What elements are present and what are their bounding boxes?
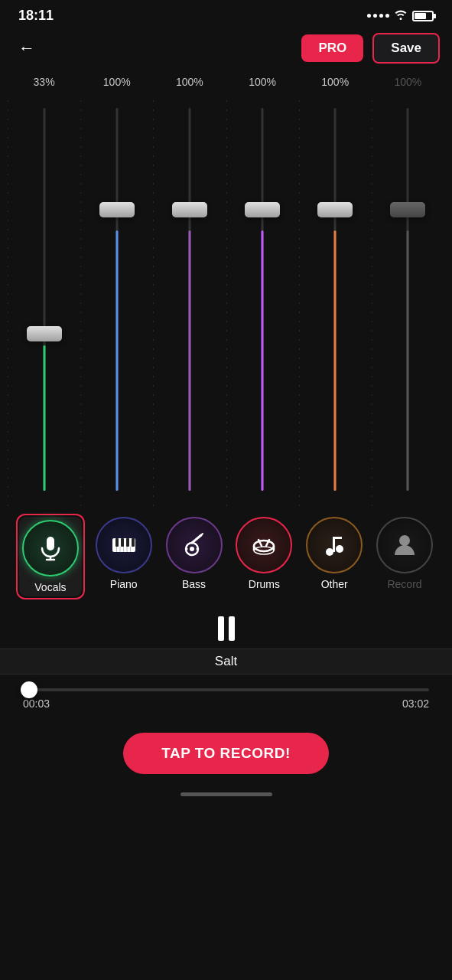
fader-track-other (334, 108, 337, 491)
record-btn-row: TAP TO RECORD! (0, 717, 452, 786)
fader-track-bass (188, 108, 190, 491)
status-time: 18:11 (18, 8, 54, 24)
svg-rect-6 (126, 538, 129, 547)
fader-col-vocals[interactable] (8, 93, 80, 506)
fader-track-record (407, 108, 409, 491)
note-icon (321, 532, 347, 558)
fader-col-other[interactable] (299, 93, 372, 506)
svg-point-26 (399, 535, 410, 546)
channel-label-record: Record (387, 578, 421, 590)
progress-area: 00:03 03:02 (0, 675, 452, 717)
mic-icon (37, 535, 63, 561)
fader-thumb-record[interactable] (390, 202, 425, 217)
back-button[interactable]: ← (12, 35, 41, 61)
transport-row (0, 604, 452, 648)
svg-rect-7 (132, 538, 135, 547)
percent-piano: 100% (86, 76, 148, 88)
svg-point-23 (336, 545, 343, 553)
fader-track-vocals (43, 108, 45, 491)
svg-rect-25 (333, 537, 342, 539)
fader-col-record[interactable] (372, 93, 444, 506)
svg-line-15 (200, 534, 203, 537)
channel-bass[interactable]: Bass (166, 517, 223, 596)
percent-bass: 100% (159, 76, 220, 88)
pro-button[interactable]: PRO (301, 34, 363, 62)
guitar-icon (181, 532, 207, 558)
svg-point-18 (254, 541, 274, 551)
status-icons (367, 9, 434, 23)
channel-vocals[interactable]: Vocals (19, 517, 82, 596)
vocals-icon-wrap (22, 520, 79, 577)
fader-thumb-other[interactable] (317, 202, 353, 217)
channel-other[interactable]: Other (306, 517, 363, 596)
status-bar: 18:11 (0, 0, 452, 27)
total-time: 03:02 (402, 697, 429, 710)
fader-thumb-drums[interactable] (245, 202, 280, 217)
fader-track-piano (115, 108, 118, 491)
channel-label-other: Other (321, 578, 348, 590)
svg-rect-4 (115, 538, 119, 547)
song-title: Salt (0, 648, 452, 675)
fader-grid (8, 93, 444, 506)
record-icon-wrap (376, 517, 433, 573)
bass-icon-wrap (166, 517, 223, 573)
current-time: 00:03 (23, 697, 50, 710)
channel-label-drums: Drums (249, 578, 280, 590)
other-icon-wrap (306, 517, 363, 573)
piano-icon-wrap (96, 517, 152, 573)
header: ← PRO Save (0, 27, 452, 73)
svg-point-16 (185, 548, 187, 550)
percent-row: 33% 100% 100% 100% 100% 100% (8, 73, 444, 93)
progress-thumb[interactable] (21, 681, 37, 698)
home-bar (180, 792, 272, 796)
percent-drums: 100% (232, 76, 293, 88)
fader-col-drums[interactable] (226, 93, 299, 506)
channel-label-piano: Piano (110, 578, 138, 590)
percent-other: 100% (304, 76, 366, 88)
fader-track-drums (262, 108, 264, 491)
home-indicator (0, 786, 452, 799)
svg-point-17 (196, 548, 198, 550)
wifi-icon (394, 9, 408, 23)
tap-record-button[interactable]: TAP TO RECORD! (123, 733, 329, 774)
pause-icon (218, 616, 235, 641)
channel-label-bass: Bass (182, 578, 206, 590)
battery-icon (412, 11, 434, 21)
fader-thumb-bass[interactable] (172, 202, 207, 217)
svg-rect-0 (47, 537, 54, 550)
percent-record: 100% (377, 76, 438, 88)
save-button[interactable]: Save (372, 33, 440, 64)
mixer-area: 33% 100% 100% 100% 100% 100% (0, 73, 452, 604)
svg-point-14 (190, 547, 194, 551)
channel-drums[interactable]: Drums (236, 517, 292, 596)
drum-icon (251, 532, 277, 558)
channels-row: Vocals Piano (8, 506, 444, 604)
pause-button[interactable] (218, 616, 235, 641)
fader-col-piano[interactable] (80, 93, 153, 506)
drums-icon-wrap (236, 517, 292, 573)
channel-record[interactable]: Record (376, 517, 433, 596)
percent-vocals: 33% (14, 76, 75, 88)
person-icon (392, 532, 418, 558)
time-row: 00:03 03:02 (15, 691, 437, 710)
svg-rect-5 (121, 538, 124, 547)
channel-piano[interactable]: Piano (96, 517, 152, 596)
channel-label-vocals: Vocals (34, 581, 66, 593)
signal-dots-icon (367, 14, 389, 18)
svg-point-22 (326, 548, 333, 556)
piano-icon (111, 532, 137, 558)
progress-track[interactable] (23, 688, 429, 691)
fader-col-bass[interactable] (153, 93, 226, 506)
fader-thumb-piano[interactable] (99, 202, 135, 217)
fader-thumb-vocals[interactable] (27, 326, 62, 341)
